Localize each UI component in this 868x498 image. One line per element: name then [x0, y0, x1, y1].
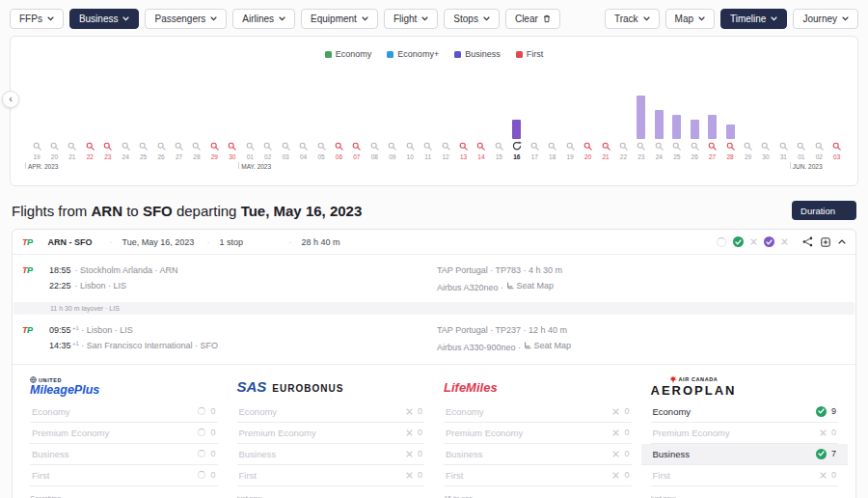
- search-icon[interactable]: [583, 141, 592, 151]
- button-label: Timeline: [730, 14, 766, 24]
- logo-letter: P: [27, 237, 33, 247]
- search-icon[interactable]: [86, 141, 95, 151]
- toolbar-button-passengers[interactable]: Passengers: [145, 9, 227, 29]
- legend-label: Economy: [336, 49, 372, 59]
- search-icon[interactable]: [335, 141, 343, 151]
- chevron-down-icon: [362, 16, 368, 21]
- search-icon[interactable]: [139, 141, 148, 151]
- toolbar-button-equipment[interactable]: Equipment: [301, 9, 378, 29]
- trash-icon: [543, 14, 551, 23]
- search-icon[interactable]: [388, 141, 396, 151]
- search-icon[interactable]: [566, 141, 575, 151]
- search-icon[interactable]: [744, 141, 752, 151]
- toolbar-button-map[interactable]: Map: [665, 9, 715, 29]
- timeline-day-07: 07: [350, 91, 364, 160]
- results-title: Flights from ARN to SFO departing Tue, M…: [12, 203, 362, 219]
- flight-summary-row[interactable]: TP ARN - SFO·Tue, May 16, 2023·1 stop·28…: [13, 230, 855, 255]
- search-icon[interactable]: [192, 141, 201, 151]
- day-label: 22: [620, 153, 627, 160]
- search-icon[interactable]: [530, 141, 539, 151]
- timeline-day-05: 05: [314, 91, 328, 160]
- timeline-day-23: 23: [101, 91, 115, 160]
- search-icon[interactable]: [33, 141, 41, 151]
- search-icon[interactable]: [726, 141, 735, 151]
- availability-bar: [708, 115, 717, 139]
- bar-slot: [812, 91, 826, 139]
- search-icon[interactable]: [157, 141, 166, 151]
- title-part: Flights from: [12, 203, 87, 219]
- toolbar-button-clear[interactable]: Clear: [505, 9, 560, 29]
- search-icon[interactable]: [691, 141, 699, 151]
- search-icon[interactable]: [832, 141, 841, 151]
- program-column-united: UNITEDMileagePlusEconomy0Premium Economy…: [20, 374, 228, 498]
- search-icon[interactable]: [370, 141, 379, 151]
- share-icon[interactable]: [802, 236, 813, 247]
- search-icon[interactable]: [423, 141, 432, 151]
- check-icon: [816, 449, 827, 459]
- filters-toolbar: FFPsBusinessPassengersAirlinesEquipmentF…: [0, 0, 868, 36]
- toolbar-button-flight[interactable]: Flight: [384, 9, 438, 29]
- toolbar-button-journey[interactable]: Journey: [793, 9, 858, 29]
- search-icon[interactable]: [815, 141, 824, 151]
- search-icon[interactable]: [50, 141, 59, 151]
- toolbar-button-airlines[interactable]: Airlines: [232, 9, 295, 29]
- timeline-prev-button[interactable]: ‹: [2, 91, 19, 108]
- availability-bar: [637, 96, 645, 139]
- toolbar-button-timeline[interactable]: Timeline: [720, 9, 787, 29]
- search-icon[interactable]: [282, 141, 290, 151]
- search-icon[interactable]: [122, 141, 130, 151]
- day-label: 26: [692, 153, 698, 160]
- day-label: 24: [656, 153, 663, 160]
- search-icon[interactable]: [779, 141, 788, 151]
- day-label: 25: [673, 153, 680, 160]
- refresh-icon[interactable]: [512, 141, 522, 151]
- toolbar-button-ffps[interactable]: FFPs: [10, 9, 64, 29]
- search-icon[interactable]: [228, 141, 236, 151]
- add-compare-icon[interactable]: [821, 237, 830, 247]
- search-icon[interactable]: [68, 141, 76, 151]
- search-icon[interactable]: [708, 141, 717, 151]
- search-icon[interactable]: [548, 141, 556, 151]
- bar-slot: [759, 91, 773, 139]
- search-icon[interactable]: [495, 141, 503, 151]
- toolbar-button-track[interactable]: Track: [605, 9, 660, 29]
- timeline-day-29: 29: [742, 91, 755, 160]
- search-icon[interactable]: [175, 141, 183, 151]
- cabin-label: First: [239, 470, 257, 481]
- award-row-united-business: Business0: [30, 444, 218, 465]
- cabin-label: Economy: [446, 406, 484, 417]
- search-icon[interactable]: [637, 141, 645, 151]
- summary-date: Tue, May 16, 2023: [122, 237, 207, 247]
- month-tick: [238, 162, 239, 169]
- search-icon[interactable]: [442, 141, 450, 151]
- search-icon[interactable]: [103, 141, 112, 151]
- collapse-chevron-icon[interactable]: [838, 239, 846, 244]
- status-x-icon: [781, 238, 788, 245]
- seat-map-link[interactable]: Seat Map: [524, 339, 572, 354]
- x-icon: [820, 472, 827, 479]
- search-icon[interactable]: [210, 141, 219, 151]
- toolbar-button-business[interactable]: Business: [69, 9, 140, 29]
- search-icon[interactable]: [317, 141, 326, 151]
- search-icon[interactable]: [299, 141, 308, 151]
- timeline-day-16: 16: [510, 91, 524, 160]
- bar-slot: [137, 91, 150, 139]
- status-x-icon: [750, 238, 757, 245]
- search-icon[interactable]: [352, 141, 361, 151]
- search-icon[interactable]: [619, 141, 628, 151]
- search-icon[interactable]: [459, 141, 468, 151]
- search-icon[interactable]: [797, 141, 805, 151]
- search-icon[interactable]: [406, 141, 415, 151]
- x-icon: [406, 429, 413, 436]
- seat-map-link[interactable]: Seat Map: [506, 279, 555, 294]
- search-icon[interactable]: [672, 141, 681, 151]
- toolbar-button-stops[interactable]: Stops: [444, 9, 500, 29]
- duration-sort-button[interactable]: Duration: [792, 201, 856, 220]
- search-icon[interactable]: [655, 141, 664, 151]
- search-icon[interactable]: [246, 141, 255, 151]
- search-icon[interactable]: [761, 141, 770, 151]
- search-icon[interactable]: [476, 141, 485, 151]
- search-icon[interactable]: [602, 141, 610, 151]
- award-row-united-economy: Economy0: [30, 401, 218, 423]
- search-icon[interactable]: [263, 141, 272, 151]
